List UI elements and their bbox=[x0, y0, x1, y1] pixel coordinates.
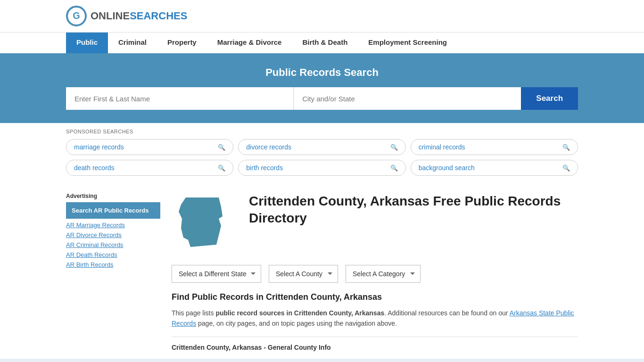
sponsored-tag-label-marriage: marriage records bbox=[74, 143, 124, 151]
logo: G ONLINESEARCHES bbox=[66, 6, 187, 26]
sponsored-tag-birth[interactable]: birth records 🔍 bbox=[238, 160, 405, 176]
sidebar: Advertising Search AR Public Records AR … bbox=[66, 176, 160, 359]
search-button[interactable]: Search bbox=[521, 87, 578, 110]
sidebar-link-criminal[interactable]: AR Criminal Records bbox=[66, 241, 160, 248]
county-dropdown[interactable]: Select A County bbox=[269, 265, 338, 283]
search-icon-marriage: 🔍 bbox=[218, 144, 225, 151]
sponsored-tag-divorce[interactable]: divorce records 🔍 bbox=[238, 139, 405, 155]
page-title: Crittenden County, Arkansas Free Public … bbox=[249, 193, 578, 227]
find-desc-part3: page, on city pages, and on topic pages … bbox=[196, 320, 397, 327]
name-input[interactable] bbox=[66, 87, 294, 110]
search-banner: Public Records Search Search bbox=[0, 53, 644, 123]
sidebar-ad-label: Advertising bbox=[66, 193, 160, 199]
location-input[interactable] bbox=[294, 87, 521, 110]
sponsored-grid: marriage records 🔍 divorce records 🔍 cri… bbox=[66, 139, 578, 176]
nav-item-marriage-divorce[interactable]: Marriage & Divorce bbox=[207, 33, 292, 53]
search-banner-title: Public Records Search bbox=[66, 66, 578, 79]
nav-item-employment[interactable]: Employment Screening bbox=[358, 33, 457, 53]
sponsored-tag-label-death: death records bbox=[74, 164, 115, 172]
find-description: This page lists public record sources in… bbox=[172, 308, 578, 329]
sponsored-section: SPONSORED SEARCHES marriage records 🔍 di… bbox=[0, 123, 644, 176]
sidebar-link-divorce[interactable]: AR Divorce Records bbox=[66, 231, 160, 239]
svg-text:G: G bbox=[73, 10, 80, 21]
sidebar-link-birth[interactable]: AR Birth Records bbox=[66, 261, 160, 268]
nav-item-criminal[interactable]: Criminal bbox=[108, 33, 157, 53]
sidebar-ad-box[interactable]: Search AR Public Records bbox=[66, 202, 160, 219]
search-icon-death: 🔍 bbox=[218, 165, 225, 172]
nav-item-birth-death[interactable]: Birth & Death bbox=[292, 33, 358, 53]
general-info-bar: Crittenden County, Arkansas - General Co… bbox=[172, 337, 578, 351]
main-nav: Public Criminal Property Marriage & Divo… bbox=[0, 32, 644, 53]
page-wrapper: SPONSORED SEARCHES marriage records 🔍 di… bbox=[0, 123, 644, 359]
state-section: Crittenden County, Arkansas Free Public … bbox=[172, 193, 578, 255]
find-title: Find Public Records in Crittenden County… bbox=[172, 292, 578, 302]
sponsored-tag-marriage[interactable]: marriage records 🔍 bbox=[66, 139, 233, 155]
search-icon-birth: 🔍 bbox=[390, 165, 398, 172]
sponsored-tag-label-divorce: divorce records bbox=[246, 143, 291, 151]
search-row: Search bbox=[66, 87, 578, 110]
state-map bbox=[172, 193, 238, 255]
main-content: Advertising Search AR Public Records AR … bbox=[0, 176, 644, 359]
find-section: Find Public Records in Crittenden County… bbox=[172, 292, 578, 329]
search-icon-criminal: 🔍 bbox=[562, 144, 570, 151]
dropdown-row: Select a Different State Select A County… bbox=[172, 265, 578, 283]
sponsored-tag-criminal[interactable]: criminal records 🔍 bbox=[411, 139, 578, 155]
sponsored-tag-label-background: background search bbox=[419, 164, 475, 172]
nav-item-public[interactable]: Public bbox=[66, 33, 108, 53]
find-desc-part2: . Additional resources can be found on o… bbox=[384, 309, 509, 317]
header: G ONLINESEARCHES bbox=[0, 0, 644, 32]
sponsored-label: SPONSORED SEARCHES bbox=[66, 129, 578, 134]
find-desc-bold: public record sources in Crittenden Coun… bbox=[215, 309, 384, 317]
content-area: Crittenden County, Arkansas Free Public … bbox=[172, 176, 578, 359]
arkansas-map bbox=[172, 193, 233, 254]
logo-text: ONLINESEARCHES bbox=[91, 10, 187, 22]
sponsored-tag-label-criminal: criminal records bbox=[419, 143, 465, 151]
title-area: Crittenden County, Arkansas Free Public … bbox=[249, 193, 578, 227]
category-dropdown[interactable]: Select A Category bbox=[346, 265, 421, 283]
find-desc-part1: This page lists bbox=[172, 309, 215, 317]
state-dropdown[interactable]: Select a Different State bbox=[172, 265, 261, 283]
sponsored-tag-background[interactable]: background search 🔍 bbox=[411, 160, 578, 176]
search-icon-divorce: 🔍 bbox=[390, 144, 398, 151]
search-icon-background: 🔍 bbox=[562, 165, 570, 172]
logo-icon: G bbox=[66, 6, 87, 26]
sidebar-link-marriage[interactable]: AR Marriage Records bbox=[66, 222, 160, 229]
sponsored-tag-death[interactable]: death records 🔍 bbox=[66, 160, 233, 176]
nav-item-property[interactable]: Property bbox=[157, 33, 207, 53]
svg-marker-2 bbox=[179, 197, 223, 247]
sidebar-link-death[interactable]: AR Death Records bbox=[66, 251, 160, 258]
sponsored-tag-label-birth: birth records bbox=[246, 164, 283, 172]
